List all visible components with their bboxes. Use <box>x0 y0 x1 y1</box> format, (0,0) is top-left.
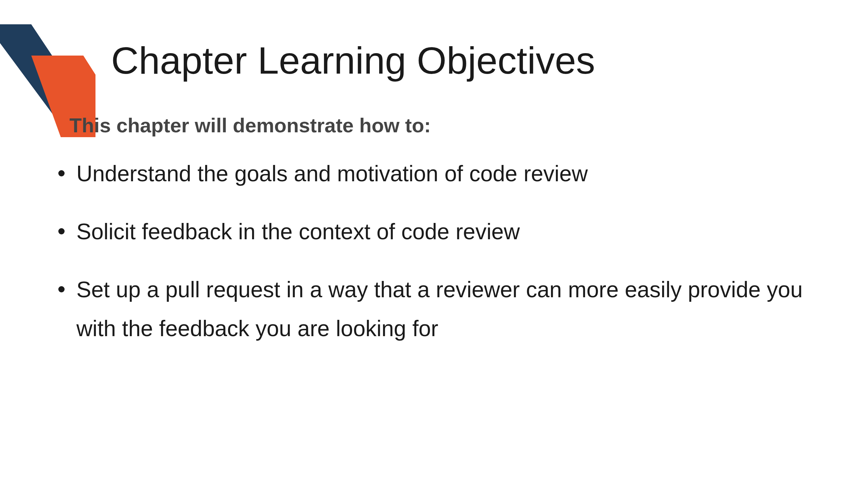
objective-item: Understand the goals and motivation of c… <box>52 154 826 193</box>
objective-item: Solicit feedback in the context of code … <box>52 212 826 251</box>
svg-marker-0 <box>0 24 94 118</box>
intro-wrapper: This chapter will demonstrate how to: <box>69 114 826 137</box>
objective-item: Set up a pull request in a way that a re… <box>52 270 826 348</box>
slide-content: Chapter Learning Objectives This chapter… <box>111 38 826 367</box>
intro-text: This chapter will demonstrate how to: <box>69 114 826 137</box>
objectives-list: Understand the goals and motivation of c… <box>52 154 826 348</box>
slide-title: Chapter Learning Objectives <box>111 38 826 82</box>
